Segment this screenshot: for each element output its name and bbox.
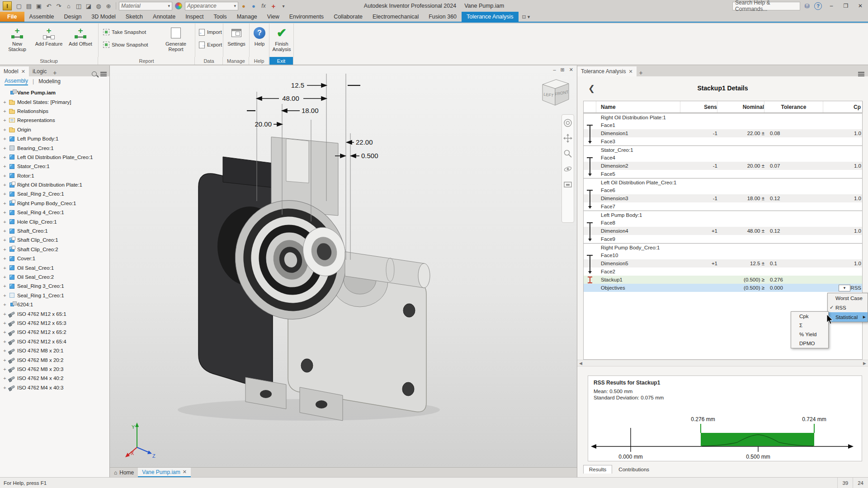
tree-item[interactable]: Seal_Ring 4_Creo:1 [3, 208, 109, 217]
qat-icon[interactable] [44, 1, 53, 10]
table-row[interactable]: Face8 ▼ [584, 219, 862, 227]
table-row[interactable]: Stator_Creo:1 ▼ [584, 145, 862, 154]
tree-item[interactable]: Bearing_Creo:1 [3, 143, 109, 152]
pan-icon[interactable] [563, 134, 572, 143]
menu-icon[interactable] [100, 72, 107, 76]
tab-ilogic[interactable]: iLogic [29, 66, 50, 76]
tree-item[interactable]: Right Pump Body_Creo:1 [3, 199, 109, 208]
tab-vane-pump[interactable]: Vane Pump.iam✕ [138, 468, 191, 477]
expand-icon[interactable] [3, 182, 7, 188]
ribbon-tab[interactable]: Tolerance Analysis [462, 12, 519, 22]
tree-item[interactable]: Representations [3, 116, 109, 125]
add-tab-button[interactable]: + [50, 69, 59, 76]
expand-icon[interactable] [3, 247, 7, 252]
expand-icon[interactable] [3, 329, 7, 335]
table-row[interactable]: Stackup1 (0.500) ≥ 0.276 ▼ [584, 276, 862, 284]
scroll-left-icon[interactable]: ◀ [579, 361, 582, 366]
ribbon-tab[interactable]: Electromechanical [368, 12, 424, 22]
table-row[interactable]: Face2 ▼ [584, 267, 862, 276]
expand-icon[interactable] [3, 320, 7, 326]
show-snapshot-button[interactable]: Show Snapshot [101, 40, 150, 50]
close-icon[interactable]: ✕ [21, 69, 25, 75]
expand-icon[interactable] [3, 173, 7, 178]
tree-item[interactable]: Seal_Ring 1_Creo:1 [3, 291, 109, 300]
table-row[interactable]: Face6 ▼ [584, 186, 862, 194]
expand-icon[interactable] [3, 256, 7, 261]
table-row[interactable]: Face10 ▼ [584, 251, 862, 259]
tree-item[interactable]: ISO 4762 M8 x 20:1 [3, 346, 109, 355]
ribbon-tab[interactable]: View [262, 12, 284, 22]
tab-contributions[interactable]: Contributions [613, 465, 655, 474]
table-row[interactable]: Dimension2 -1 20.00 ± 0.07 ▼ 1.0 [584, 162, 862, 170]
ribbon-tab[interactable]: Inspect [180, 12, 208, 22]
table-row[interactable]: Dimension5 +1 12.5 ± 0.1 ▼ 1.0 [584, 259, 862, 267]
ribbon-tab[interactable]: Tools [208, 12, 231, 22]
tab-home[interactable]: ⌂Home [110, 468, 138, 477]
tree-item[interactable]: Left Oil Distribution Plate_Creo:1 [3, 153, 109, 162]
qat-icon[interactable] [84, 1, 93, 10]
tree-item[interactable]: ISO 4762 M12 x 65:3 [3, 319, 109, 328]
close-icon[interactable]: ✕ [628, 69, 632, 75]
expand-icon[interactable] [3, 201, 7, 206]
tree-item[interactable]: ISO 4762 M8 x 20:2 [3, 355, 109, 364]
evaluation-mode-dropdown[interactable]: ▼ [839, 285, 850, 291]
table-row[interactable]: Face9 ▼ [584, 235, 862, 243]
generate-report-button[interactable]: Generate Report [158, 25, 193, 56]
ribbon-tab[interactable]: Environments [284, 12, 329, 22]
search-input[interactable]: Search Help & Commands... [732, 2, 800, 10]
qat-icon[interactable] [279, 1, 288, 10]
qat-icon[interactable] [104, 1, 113, 10]
zoom-icon[interactable] [563, 149, 572, 158]
viewport-minimize-button[interactable]: – [553, 67, 556, 73]
qat-icon[interactable] [14, 1, 24, 10]
ribbon-tab[interactable]: Sketch [121, 12, 148, 22]
close-button[interactable]: ✕ [855, 3, 865, 9]
tree-item[interactable]: Rotor:1 [3, 171, 109, 180]
look-at-icon[interactable] [563, 180, 572, 189]
expand-icon[interactable] [3, 265, 7, 271]
ribbon-overflow-icon[interactable]: ⊡ ▾ [519, 12, 534, 22]
table-row[interactable]: Left Oil Distribution Plate_Creo:1 ▼ [584, 178, 862, 186]
add-tab-button[interactable]: + [637, 69, 646, 76]
expand-icon[interactable] [3, 136, 7, 141]
add-offset-button[interactable]: + Add Offset [66, 25, 95, 56]
expand-icon[interactable] [3, 274, 7, 280]
expand-icon[interactable] [3, 311, 7, 317]
ribbon-tab[interactable]: Design [59, 12, 86, 22]
table-row[interactable]: Objectives (0.500) ≥ 0.000 ▼ RSS [584, 284, 862, 292]
menu-item-statistical[interactable]: Statistical▶ [828, 312, 868, 322]
ribbon-tab[interactable]: 3D Model [86, 12, 121, 22]
tree-item[interactable]: ISO 4762 M12 x 65:4 [3, 337, 109, 346]
viewport-tile-button[interactable]: ⊞ [561, 67, 565, 73]
ribbon-tab[interactable]: Annotate [148, 12, 180, 22]
ribbon-tab[interactable]: Manage [232, 12, 262, 22]
tree-item[interactable]: ISO 4762 M4 x 40:3 [3, 383, 109, 392]
expand-icon[interactable] [3, 375, 7, 381]
export-button[interactable]: Export [197, 40, 224, 50]
table-row[interactable]: Face5 ▼ [584, 170, 862, 178]
take-snapshot-button[interactable]: Take Snapshot [101, 27, 148, 37]
expand-icon[interactable] [3, 228, 7, 234]
submenu-item[interactable]: % Yield [791, 330, 828, 339]
orbit-icon[interactable] [563, 164, 572, 174]
tree-item[interactable]: Origin [3, 125, 109, 134]
qat-icon[interactable] [239, 1, 248, 10]
navigation-wheel-icon[interactable] [563, 118, 572, 127]
expand-icon[interactable] [3, 145, 7, 151]
ribbon-tab[interactable]: Fusion 360 [424, 12, 462, 22]
menu-item-rss[interactable]: ✓RSS [828, 303, 868, 312]
tree-item[interactable]: 6204:1 [3, 300, 109, 309]
tree-item[interactable]: ISO 4762 M12 x 65:1 [3, 309, 109, 318]
ribbon-tab[interactable]: File [0, 12, 24, 22]
finish-analysis-button[interactable]: ✔ Finish Analysis [267, 25, 296, 56]
expand-icon[interactable] [3, 293, 7, 298]
help-icon[interactable]: ? [814, 2, 822, 10]
qat-icon[interactable] [54, 1, 63, 10]
tab-results[interactable]: Results [583, 465, 612, 474]
expand-icon[interactable] [3, 366, 7, 372]
expand-icon[interactable] [3, 191, 7, 197]
menu-item-worst-case[interactable]: Worst Case [828, 293, 868, 303]
tree-root[interactable]: Vane Pump.iam [3, 88, 109, 97]
pump-model-3d-view[interactable]: 12.5 48.00 18.00 20.00 22.00 0.500 Y X Z [110, 66, 577, 467]
appearance-dropdown[interactable]: Appearance▾ [185, 2, 238, 10]
